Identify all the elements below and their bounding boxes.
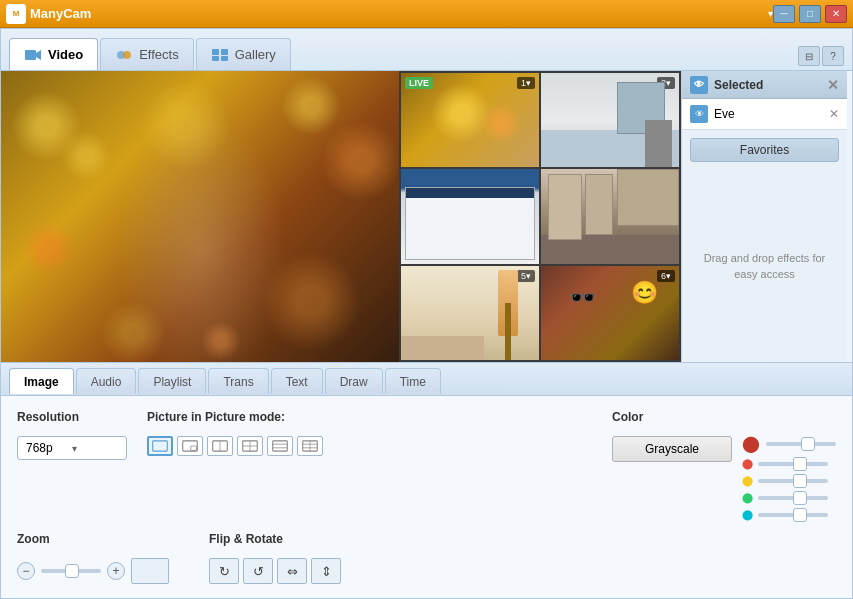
floor-r2 [401,336,484,360]
dot-column: ⬤ [742,436,760,452]
red-dot: ⬤ [742,458,752,469]
rotate-ccw-button[interactable]: ↺ [243,558,273,584]
color-slider-yellow: ⬤ [742,475,836,486]
tab-gallery-label: Gallery [235,47,276,62]
svg-rect-21 [273,441,288,451]
pip-modes [147,436,323,456]
window-content [405,187,535,259]
svg-rect-15 [191,446,197,450]
selected-item-remove[interactable]: ✕ [829,107,839,121]
pip-btn-quad[interactable] [237,436,263,456]
flip-h-button[interactable]: ⇔ [277,558,307,584]
window-size-buttons: ⊟ ? [798,46,844,70]
pip-btn-pip[interactable] [177,436,203,456]
building-3 [617,169,679,226]
color-slider-multi: ⬤ [742,436,836,452]
thumbnail-1[interactable]: LIVE 1▾ [401,73,539,167]
pip-btn-single[interactable] [147,436,173,456]
sub-tab-draw[interactable]: Draw [325,368,383,394]
thumb-5-num: 5▾ [517,270,535,282]
pip-label: Picture in Picture mode: [147,410,323,424]
color-slider-thumb-yellow[interactable] [793,474,807,488]
sub-tab-audio-label: Audio [91,375,122,389]
minimize-button[interactable]: ─ [773,5,795,23]
resolution-arrow-icon: ▾ [72,443,118,454]
sub-tab-trans[interactable]: Trans [208,368,268,394]
right-panel: 👁 Selected ✕ 👁 Eve ✕ Favorites Drag and … [681,71,847,362]
screen-content [401,169,539,263]
app-logo: M [6,4,26,24]
drag-drop-area: Drag and drop effects for easy access [682,170,847,362]
thumbnail-2[interactable]: 2▾ [541,73,679,167]
color-slider-thumb-cyan[interactable] [793,508,807,522]
grayscale-button[interactable]: Grayscale [612,436,732,462]
thumbnail-grid: LIVE 1▾ 2▾ 3▾ [399,71,681,362]
svg-marker-1 [36,50,41,60]
maximize-button[interactable]: □ [799,5,821,23]
window-restore-button[interactable]: ⊟ [798,46,820,66]
sub-tab-playlist[interactable]: Playlist [138,368,206,394]
lamp-pole [505,303,512,360]
gallery-icon [211,48,229,62]
color-slider-thumb-red[interactable] [793,457,807,471]
pip-btn-hstack[interactable] [267,436,293,456]
zoom-slider-thumb[interactable] [65,564,79,578]
sub-tab-time[interactable]: Time [385,368,441,394]
pip-btn-grid[interactable] [297,436,323,456]
flip-label: Flip & Rotate [209,532,341,546]
rotate-cw-button[interactable]: ↻ [209,558,239,584]
window-help-button[interactable]: ? [822,46,844,66]
sub-tab-audio[interactable]: Audio [76,368,137,394]
zoom-slider[interactable] [41,569,101,573]
window-title [406,188,534,198]
svg-point-3 [123,51,131,59]
color-slider-red: ⬤ [742,458,836,469]
content-area: ON AIR LIVE 1▾ 2▾ 3▾ [1,71,852,362]
settings-row-2: Zoom − + Flip & Rotate ↻ ↺ ⇔ ⇕ [17,532,836,584]
selected-close-button[interactable]: ✕ [827,77,839,93]
main-window: Video Effects Gallery [0,28,853,599]
svg-rect-6 [212,56,219,61]
sub-tab-playlist-label: Playlist [153,375,191,389]
color-slider-thumb-green[interactable] [793,491,807,505]
color-slider-track-cyan [758,513,828,517]
tab-effects-label: Effects [139,47,179,62]
tab-gallery[interactable]: Gallery [196,38,291,70]
selected-header-icon: 👁 [690,76,708,94]
color-slider-cyan: ⬤ [742,509,836,520]
thumbnail-3[interactable]: 3▾ [401,169,539,263]
thumbnail-6[interactable]: 6▾ 🕶️ 😊 [541,266,679,360]
favorites-button[interactable]: Favorites [690,138,839,162]
tab-video-label: Video [48,47,83,62]
cyan-dot: ⬤ [742,509,752,520]
resolution-dropdown[interactable]: 768p ▾ [17,436,127,460]
selected-header-label: Selected [714,78,763,92]
taskbar [401,169,539,185]
tab-effects[interactable]: Effects [100,38,194,70]
sub-tab-image-label: Image [24,375,59,389]
thumbnail-4[interactable]: 4▾ [541,169,679,263]
sub-tab-image[interactable]: Image [9,368,74,394]
zoom-in-button[interactable]: + [107,562,125,580]
sliders-column [766,442,836,446]
color-slider-thumb-1[interactable] [801,437,815,451]
zoom-row: − + [17,558,169,584]
thumbnail-5[interactable]: 5▾ [401,266,539,360]
zoom-preview-box [131,558,169,584]
zoom-out-button[interactable]: − [17,562,35,580]
tab-video[interactable]: Video [9,38,98,70]
app-name: ManyCam [30,6,764,21]
resolution-label: Resolution [17,410,127,424]
room-chair [645,120,673,167]
flip-v-button[interactable]: ⇕ [311,558,341,584]
drag-drop-text: Drag and drop effects for easy access [698,250,831,283]
pip-btn-side[interactable] [207,436,233,456]
sub-tab-text[interactable]: Text [271,368,323,394]
svg-rect-5 [221,49,228,55]
sub-tab-text-label: Text [286,375,308,389]
close-button[interactable]: ✕ [825,5,847,23]
svg-rect-7 [221,56,228,61]
resolution-value: 768p [26,441,72,455]
video-area: ON AIR [1,71,399,362]
sub-tab-bar: Image Audio Playlist Trans Text Draw Tim… [1,362,852,396]
